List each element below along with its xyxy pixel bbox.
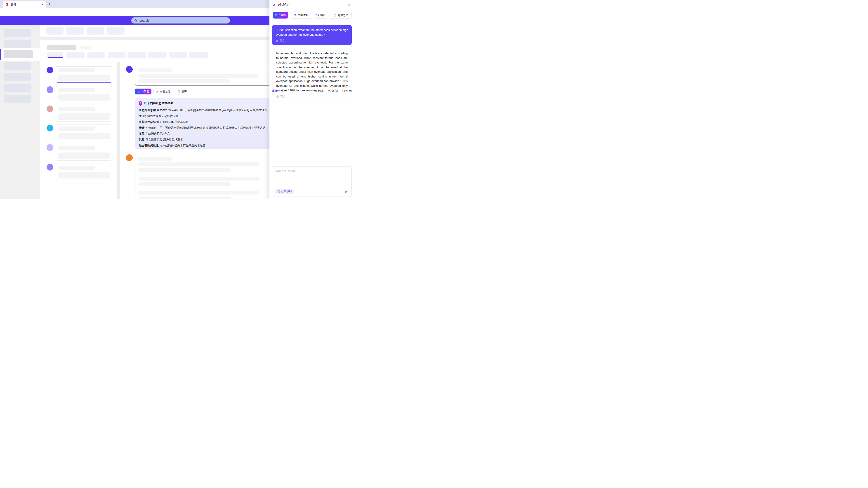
- copy-action[interactable]: 复制: [328, 89, 338, 93]
- tab-dialog-summary[interactable]: 对话总结: [330, 12, 352, 19]
- badge-skeleton: [81, 46, 92, 50]
- mail-tab[interactable]: [108, 53, 125, 58]
- screen: 邮件 ✕ + cloudwalk.com search: [0, 0, 354, 199]
- mail-list: [40, 62, 117, 199]
- sender-avatar: [126, 154, 133, 161]
- avatar: [46, 86, 53, 93]
- mail-tab[interactable]: [66, 53, 85, 58]
- close-icon[interactable]: ✕: [348, 3, 351, 7]
- summary-title: 以下内容是总结的结果:: [144, 101, 174, 105]
- translate-action[interactable]: 翻译: [314, 89, 324, 93]
- tab-translate[interactable]: 翻译: [314, 12, 328, 19]
- panel-divider: [117, 62, 120, 199]
- mail-list-item[interactable]: [56, 144, 112, 161]
- tab-label: AI回复: [279, 13, 287, 17]
- summary-product: 商品:在欧洲购买的A产品: [139, 131, 279, 137]
- globe-icon: [276, 39, 278, 42]
- translate-icon: [314, 90, 317, 93]
- tab-label: 对话总结: [338, 13, 348, 17]
- mail-tab[interactable]: [189, 53, 208, 58]
- tab-close-icon[interactable]: ✕: [41, 3, 43, 6]
- avatar: [46, 67, 53, 73]
- new-tab-button[interactable]: +: [47, 2, 52, 6]
- mail-list-item[interactable]: [56, 125, 112, 141]
- avatar: [46, 144, 53, 151]
- ai-assistant-panel: AI 超级助手 ✕ AI回复 文案优化 翻译 对话总结 FC300 select…: [270, 0, 354, 199]
- summary-history: 历史邮件总结:客户在2024年4月30日于欧洲购买的产品出现屏幕显示乱码和电池快…: [139, 107, 279, 113]
- sidebar-item-label-skeleton: [4, 50, 33, 58]
- tab-ai-reply[interactable]: AI回复: [273, 12, 288, 19]
- avatar: [46, 105, 53, 112]
- translate-icon: [178, 90, 180, 93]
- action-label: 复制: [332, 89, 338, 93]
- search-icon: [134, 19, 138, 22]
- auto-detect-toggle[interactable]: A 自动识别: [275, 189, 294, 194]
- sender-avatar: [126, 66, 133, 73]
- summary-risk: 风险:存在退货风险,用户已要求退货: [139, 137, 279, 142]
- ai-logo: AI: [273, 3, 276, 7]
- ai-summary-box: ! 以下内容是总结的结果: 历史邮件总结:客户在2024年4月30日于欧洲购买的…: [135, 98, 283, 149]
- translate-button[interactable]: 翻译: [175, 89, 189, 94]
- question-lang: 英文: [280, 39, 285, 43]
- sidebar-item[interactable]: [4, 84, 31, 92]
- message-card: [135, 154, 283, 199]
- mail-list-item[interactable]: [56, 105, 112, 122]
- avatar: [46, 164, 53, 170]
- avatar: [46, 125, 53, 131]
- user-question-bubble: FC300 selection, what are the difference…: [272, 25, 352, 45]
- send-icon[interactable]: [344, 190, 348, 194]
- sidebar-item[interactable]: [4, 62, 31, 70]
- top-chip[interactable]: [87, 27, 104, 35]
- translate-icon: [316, 13, 319, 17]
- answer-lang: 英文: [280, 95, 286, 98]
- mail-tab[interactable]: [127, 53, 147, 58]
- top-chip[interactable]: [66, 27, 84, 35]
- quote-icon: [342, 90, 345, 93]
- search-input[interactable]: search: [131, 18, 230, 24]
- summary-intent: 是否有购买意愿:用户已购买,但由于产品问题要求退货: [139, 142, 279, 149]
- ai-reply-label: AI回复: [142, 90, 149, 93]
- quote-action[interactable]: 引用: [342, 89, 352, 93]
- quill-icon: [156, 90, 159, 93]
- sidebar-item[interactable]: [4, 73, 31, 80]
- mail-tab[interactable]: [168, 53, 187, 58]
- robot-icon: [137, 90, 141, 93]
- sparkle-icon: [293, 13, 297, 17]
- summary-current: 当前邮件总结:客户询问具体的退货步骤: [139, 119, 279, 125]
- sidebar-item[interactable]: [4, 29, 31, 37]
- regenerate-button[interactable]: 重新生成: [272, 89, 284, 93]
- sidebar-item-active[interactable]: [0, 48, 40, 61]
- summary-emotion: 情绪:初始邮件中用户可能因产品问题感到不满,但在客服提供解决方案后,情绪未在后续…: [139, 125, 279, 131]
- search-placeholder: search: [140, 19, 149, 22]
- copy-icon: [328, 90, 331, 93]
- globe-icon: [276, 95, 279, 98]
- mail-list-item[interactable]: [56, 86, 112, 102]
- summarize-button[interactable]: 内容总结: [153, 89, 173, 94]
- question-input[interactable]: 请输入您的问题 A 自动识别: [272, 166, 352, 197]
- ai-reply-button[interactable]: AI回复: [135, 89, 151, 94]
- question-text: FC300 selection, what are the difference…: [276, 28, 348, 37]
- sidebar-item[interactable]: [4, 40, 31, 48]
- answer-text: In general, fan and pump loads are selec…: [276, 51, 348, 93]
- assistant-header: AI 超级助手 ✕: [270, 0, 354, 10]
- mail-tab-active[interactable]: [47, 53, 63, 58]
- pen-icon: [333, 13, 336, 17]
- action-label: 翻译: [318, 89, 324, 93]
- site-favicon: [5, 3, 8, 6]
- top-chip[interactable]: [46, 27, 64, 35]
- sidebar-item[interactable]: [4, 95, 31, 103]
- exclamation-badge-icon: !: [139, 101, 142, 105]
- mail-tab[interactable]: [148, 53, 166, 58]
- mail-tab[interactable]: [87, 53, 105, 58]
- mail-list-item[interactable]: [56, 164, 112, 180]
- active-indicator: [0, 49, 1, 60]
- mail-list-item-selected[interactable]: [56, 66, 112, 83]
- tab-label: 翻译: [320, 13, 326, 17]
- tab-label: 文案优化: [298, 13, 309, 17]
- auto-detect-icon: A: [277, 190, 280, 193]
- summarize-label: 内容总结: [160, 90, 170, 93]
- browser-tab[interactable]: 邮件 ✕: [3, 1, 46, 8]
- tab-title: 邮件: [11, 3, 41, 7]
- top-chip[interactable]: [107, 27, 125, 35]
- tab-copy-optimize[interactable]: 文案优化: [290, 12, 312, 19]
